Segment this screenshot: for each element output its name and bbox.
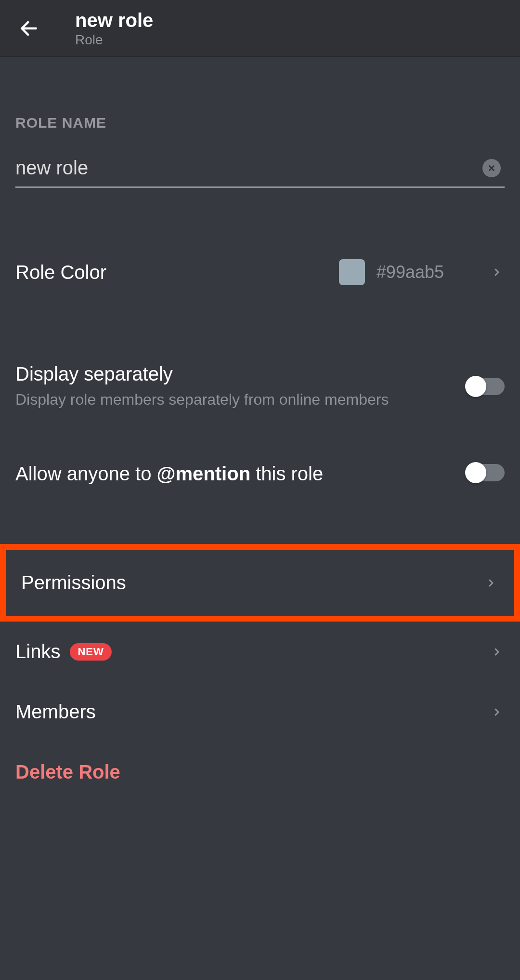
mention-suffix: this role bbox=[250, 463, 323, 484]
chevron-right-icon bbox=[483, 575, 499, 591]
role-name-field-row bbox=[15, 157, 505, 188]
role-color-row[interactable]: Role Color #99aab5 bbox=[15, 251, 505, 294]
display-separately-row: Display separately Display role members … bbox=[15, 352, 505, 420]
page-subtitle: Role bbox=[75, 32, 153, 48]
back-button[interactable] bbox=[15, 15, 42, 42]
display-separately-title: Display separately bbox=[15, 361, 453, 386]
permissions-highlight: Permissions bbox=[0, 544, 520, 622]
role-color-label: Role Color bbox=[15, 262, 106, 283]
mention-bold: @mention bbox=[157, 463, 251, 484]
chevron-right-icon bbox=[489, 704, 505, 720]
delete-role-label: Delete Role bbox=[15, 761, 505, 783]
chevron-right-icon bbox=[489, 265, 505, 280]
page-title: new role bbox=[75, 9, 153, 31]
color-swatch bbox=[339, 259, 365, 285]
display-separately-description: Display role members separately from onl… bbox=[15, 389, 453, 410]
delete-role-row[interactable]: Delete Role bbox=[15, 742, 505, 802]
members-row[interactable]: Members bbox=[15, 682, 505, 742]
role-name-input[interactable] bbox=[15, 157, 482, 179]
clear-input-button[interactable] bbox=[482, 159, 501, 177]
header-bar: new role Role bbox=[0, 0, 520, 57]
new-badge: NEW bbox=[70, 643, 111, 661]
members-label: Members bbox=[15, 701, 96, 723]
allow-mention-toggle[interactable] bbox=[467, 464, 505, 481]
allow-mention-title: Allow anyone to @mention this role bbox=[15, 461, 453, 486]
links-row[interactable]: Links NEW bbox=[15, 622, 505, 682]
role-color-value: #99aab5 bbox=[377, 262, 444, 282]
allow-mention-row: Allow anyone to @mention this role bbox=[15, 451, 505, 496]
toggle-knob bbox=[465, 376, 486, 397]
close-icon bbox=[487, 164, 496, 172]
links-label: Links bbox=[15, 641, 60, 662]
header-text-group: new role Role bbox=[75, 9, 153, 48]
chevron-right-icon bbox=[489, 644, 505, 660]
permissions-label: Permissions bbox=[21, 572, 126, 594]
display-separately-toggle[interactable] bbox=[467, 378, 505, 395]
mention-prefix: Allow anyone to bbox=[15, 463, 157, 484]
toggle-knob bbox=[465, 462, 486, 483]
permissions-row[interactable]: Permissions bbox=[15, 572, 505, 594]
arrow-left-icon bbox=[18, 18, 39, 39]
role-name-label: ROLE NAME bbox=[15, 115, 505, 131]
